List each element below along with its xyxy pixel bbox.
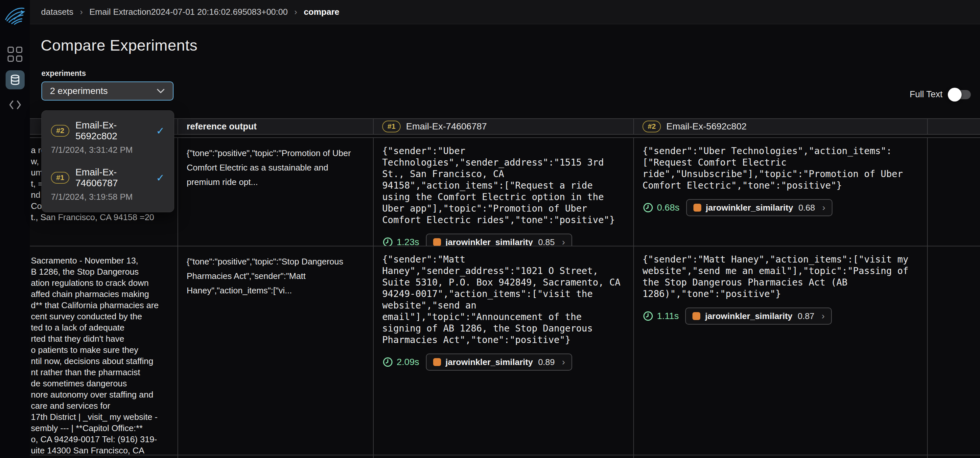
apps-grid-icon[interactable] [8,47,23,62]
run-meta: 2.09s jarowinkler_similarity 0.89 › [382,353,625,371]
experiment-timestamp: 7/1/2024, 3:19:58 PM [51,192,165,202]
input-cell[interactable] [30,455,178,458]
reference-output-cell[interactable] [178,455,374,458]
experiment2-output-cell[interactable]: {"sender":"Matt Haney","action_items":["… [634,246,928,455]
experiment1-header[interactable]: #1 Email-Ex-74606787 [374,119,634,134]
output-json: {"sender":"Uber Technologies","sender_ad… [382,145,625,226]
extra-cell [928,138,980,246]
metric-color-swatch [694,204,701,212]
metric-score-pill[interactable]: jarowinkler_similarity 0.89 › [426,353,573,371]
experiment2-output-cell[interactable] [634,455,928,458]
breadcrumb-compare: compare [304,7,339,17]
langsmith-logo[interactable] [4,4,26,25]
experiment-menu-item[interactable]: #2 Email-Ex-5692c802 ✓ 7/1/2024, 3:31:42… [51,120,165,155]
run-meta: 1.23s jarowinkler_similarity 0.85 › [382,234,625,246]
experiment2-name: Email-Ex-5692c802 [666,121,746,132]
experiment1-name: Email-Ex-74606787 [406,121,487,132]
metric-color-swatch [433,238,441,246]
chevron-right-icon: › [294,7,297,17]
reference-output-header: reference output [178,119,374,134]
experiment2-badge: #2 [643,121,661,132]
experiment1-output-cell[interactable] [374,455,634,458]
output-json: {"sender":"Uber Technologies","action_it… [643,145,919,191]
reference-output-cell[interactable]: {"tone":"positive","topic":"Stop Dangero… [178,246,374,455]
breadcrumb-datasets[interactable]: datasets [41,7,73,17]
check-icon: ✓ [156,125,165,137]
latency: 1.11s [643,310,679,322]
experiments-select[interactable]: 2 experiments [41,81,173,100]
experiment-name: Email-Ex-5692c802 [75,120,150,142]
chevron-down-icon [156,88,165,94]
extra-cell [928,455,980,458]
full-text-label: Full Text [910,89,943,100]
extra-column-header [928,119,980,134]
breadcrumb-dataset-name[interactable]: Email Extraction2024-07-01 20:16:02.6950… [89,7,288,17]
clock-icon [382,356,393,367]
chevron-right-icon: › [562,237,565,246]
chevron-right-icon: › [80,7,83,17]
table-row: Sacramento - November 13, B 1286, the St… [30,246,980,455]
experiment1-badge: #1 [382,121,401,132]
experiments-select-value: 2 experiments [50,86,108,96]
breadcrumb: datasets › Email Extraction2024-07-01 20… [30,0,980,24]
experiment-name: Email-Ex-74606787 [75,167,150,189]
database-icon [10,74,21,86]
run-meta: 0.68s jarowinkler_similarity 0.68 › [643,199,919,216]
metric-color-swatch [433,358,441,366]
chevron-right-icon: › [822,202,825,213]
output-json: {"sender":"Matt Haney","action_items":["… [643,254,919,300]
chevron-right-icon: › [562,357,565,367]
run-meta: 1.11s jarowinkler_similarity 0.87 › [643,307,919,324]
experiment-menu-item[interactable]: #1 Email-Ex-74606787 ✓ 7/1/2024, 3:19:58… [51,167,165,202]
page-title: Compare Experiments [41,36,197,54]
table-row [30,455,980,458]
input-cell[interactable]: Sacramento - November 13, B 1286, the St… [30,246,178,455]
experiment-timestamp: 7/1/2024, 3:31:42 PM [51,145,165,155]
sidebar [0,0,30,458]
metric-color-swatch [692,312,700,320]
toggle-knob [948,88,962,102]
experiment1-output-cell[interactable]: {"sender":"Matt Haney","sender_address":… [374,246,634,455]
compare-experiments-page: datasets › Email Extraction2024-07-01 20… [0,0,980,458]
experiment1-output-cell[interactable]: {"sender":"Uber Technologies","sender_ad… [374,138,634,246]
metric-score-pill[interactable]: jarowinkler_similarity 0.68 › [686,199,833,216]
datasets-nav-active[interactable] [6,70,25,89]
full-text-toggle[interactable] [949,90,971,99]
output-json: {"sender":"Matt Haney","sender_address":… [382,254,625,346]
extra-cell [928,246,980,455]
metric-score-pill[interactable]: jarowinkler_similarity 0.85 › [426,234,573,246]
latency: 1.23s [382,237,419,246]
clock-icon [643,202,654,213]
clock-icon [382,237,393,246]
chevron-right-icon: › [822,311,824,321]
check-icon: ✓ [156,172,165,184]
experiments-dropdown-menu: #2 Email-Ex-5692c802 ✓ 7/1/2024, 3:31:42… [41,110,174,212]
experiment-badge: #1 [51,172,69,184]
full-text-control: Full Text [910,89,971,100]
clock-icon [643,310,654,322]
metric-score-pill[interactable]: jarowinkler_similarity 0.87 › [685,307,832,324]
experiment2-output-cell[interactable]: {"sender":"Uber Technologies","action_it… [634,138,928,246]
latency: 2.09s [382,356,419,367]
experiments-label: experiments [41,69,86,78]
experiment2-header[interactable]: #2 Email-Ex-5692c802 [634,119,928,134]
code-brackets-icon[interactable] [8,99,22,110]
latency: 0.68s [643,202,679,213]
experiment-badge: #2 [51,125,69,137]
reference-output-cell[interactable]: {"tone":"positive","topic":"Promotion of… [178,138,374,246]
